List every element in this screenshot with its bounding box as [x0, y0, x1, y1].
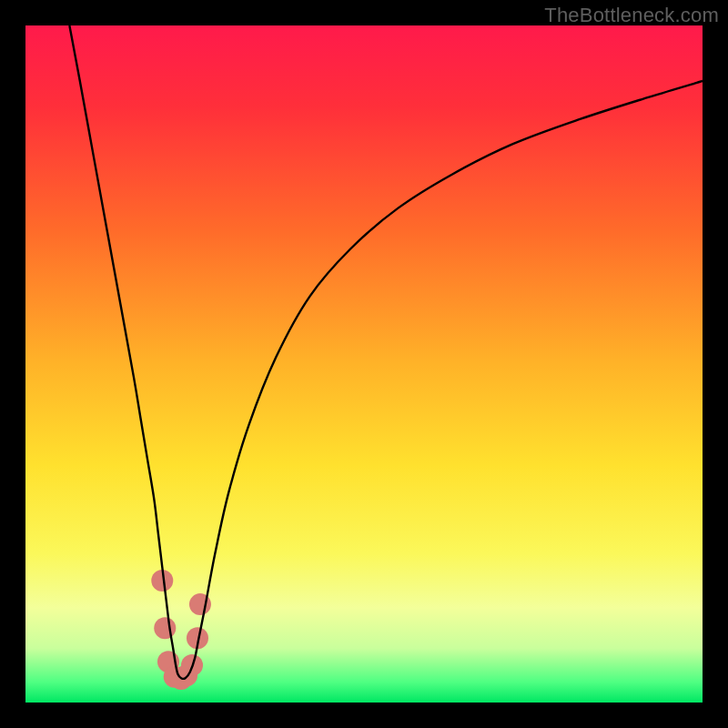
marker-dot: [154, 617, 176, 639]
bottleneck-chart: [25, 25, 703, 703]
chart-frame: TheBottleneck.com: [0, 0, 728, 728]
watermark-text: TheBottleneck.com: [544, 4, 719, 27]
gradient-background: [25, 25, 703, 703]
